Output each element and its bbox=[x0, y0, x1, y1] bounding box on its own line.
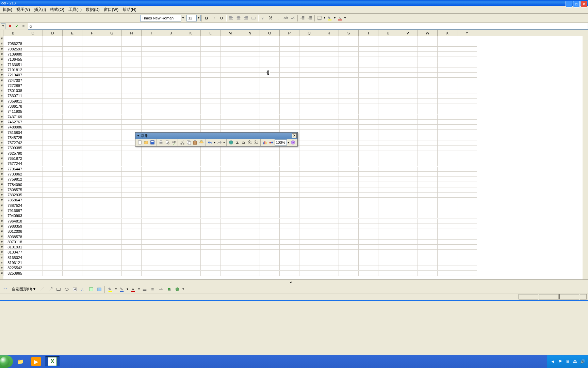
cell[interactable] bbox=[82, 135, 102, 140]
row-header[interactable]: # bbox=[0, 67, 3, 73]
cell[interactable] bbox=[457, 229, 477, 234]
cell[interactable] bbox=[122, 167, 142, 172]
cell[interactable] bbox=[339, 41, 359, 46]
cell[interactable] bbox=[142, 151, 161, 156]
cell[interactable] bbox=[82, 198, 102, 203]
cell[interactable] bbox=[43, 260, 63, 265]
cell[interactable] bbox=[359, 182, 378, 187]
cell[interactable] bbox=[181, 36, 201, 41]
column-header[interactable]: B bbox=[3, 30, 23, 36]
cell[interactable] bbox=[161, 260, 181, 265]
cell[interactable] bbox=[82, 151, 102, 156]
cell[interactable] bbox=[142, 250, 161, 255]
cell[interactable] bbox=[122, 265, 142, 271]
cell[interactable] bbox=[378, 57, 398, 62]
cell[interactable] bbox=[378, 104, 398, 109]
cell[interactable] bbox=[240, 88, 260, 93]
sort-desc-button[interactable]: ZA bbox=[254, 139, 260, 146]
cell[interactable] bbox=[161, 172, 181, 177]
cell[interactable] bbox=[319, 52, 339, 57]
cell[interactable] bbox=[161, 93, 181, 98]
cell[interactable] bbox=[398, 234, 418, 239]
row-header[interactable]: # bbox=[0, 151, 3, 156]
cell[interactable] bbox=[457, 245, 477, 250]
print-button[interactable] bbox=[158, 139, 164, 146]
cell[interactable] bbox=[398, 57, 418, 62]
cell[interactable] bbox=[63, 130, 82, 135]
cell[interactable] bbox=[142, 52, 161, 57]
cell[interactable] bbox=[240, 83, 260, 88]
cell[interactable] bbox=[201, 245, 220, 250]
cell[interactable] bbox=[339, 83, 359, 88]
cell[interactable] bbox=[43, 265, 63, 271]
cell[interactable] bbox=[201, 229, 220, 234]
font-color-draw-button[interactable]: A bbox=[129, 286, 137, 293]
font-color-dropdown[interactable]: ▼ bbox=[344, 15, 346, 21]
cell[interactable] bbox=[181, 187, 201, 193]
cell[interactable] bbox=[63, 52, 82, 57]
row-header[interactable]: # bbox=[0, 73, 3, 78]
cell[interactable] bbox=[82, 245, 102, 250]
cell[interactable] bbox=[299, 140, 319, 145]
row-header[interactable]: # bbox=[0, 193, 3, 198]
toolbar-options-icon[interactable]: ▼ bbox=[137, 134, 140, 137]
cell[interactable] bbox=[378, 198, 398, 203]
cell[interactable] bbox=[23, 99, 43, 104]
cell[interactable] bbox=[102, 156, 122, 161]
cell[interactable] bbox=[102, 224, 122, 229]
cell[interactable] bbox=[359, 156, 378, 161]
redo-button[interactable] bbox=[216, 139, 223, 146]
cell[interactable]: 7572742 bbox=[3, 140, 23, 145]
cell[interactable] bbox=[240, 245, 260, 250]
cell[interactable] bbox=[378, 156, 398, 161]
row-header[interactable]: # bbox=[0, 135, 3, 140]
cell[interactable] bbox=[299, 182, 319, 187]
cell[interactable] bbox=[260, 120, 280, 125]
cell[interactable] bbox=[181, 156, 201, 161]
cell[interactable] bbox=[260, 265, 280, 271]
cell[interactable] bbox=[418, 193, 438, 198]
cell[interactable] bbox=[23, 193, 43, 198]
cell[interactable] bbox=[201, 47, 220, 52]
cell[interactable] bbox=[161, 62, 181, 67]
cell[interactable] bbox=[240, 260, 260, 265]
cell[interactable] bbox=[82, 57, 102, 62]
cell[interactable]: 8038578 bbox=[3, 234, 23, 239]
cell[interactable] bbox=[418, 177, 438, 182]
cell[interactable] bbox=[240, 67, 260, 73]
cell[interactable] bbox=[319, 224, 339, 229]
cell[interactable] bbox=[201, 151, 220, 156]
cell[interactable] bbox=[438, 88, 457, 93]
column-header[interactable]: K bbox=[181, 30, 201, 36]
cell[interactable] bbox=[102, 271, 122, 276]
cell[interactable] bbox=[260, 187, 280, 193]
cell[interactable] bbox=[299, 234, 319, 239]
cell[interactable] bbox=[299, 240, 319, 245]
cell[interactable]: 7219407 bbox=[3, 73, 23, 78]
cell[interactable] bbox=[43, 62, 63, 67]
cell[interactable] bbox=[339, 198, 359, 203]
cell[interactable] bbox=[457, 250, 477, 255]
cell[interactable] bbox=[82, 193, 102, 198]
cell[interactable] bbox=[319, 167, 339, 172]
cell[interactable] bbox=[122, 229, 142, 234]
cell[interactable] bbox=[220, 161, 240, 166]
cell[interactable] bbox=[63, 114, 82, 120]
cell[interactable] bbox=[339, 99, 359, 104]
cell[interactable] bbox=[438, 67, 457, 73]
comma-button[interactable]: , bbox=[274, 14, 282, 22]
cell[interactable] bbox=[122, 187, 142, 193]
cell[interactable] bbox=[378, 208, 398, 213]
cell[interactable]: 7887524 bbox=[3, 203, 23, 208]
cell[interactable] bbox=[102, 229, 122, 234]
cell[interactable] bbox=[102, 260, 122, 265]
increase-decimal-button[interactable]: .00 bbox=[282, 14, 289, 22]
cell[interactable] bbox=[378, 145, 398, 151]
cell[interactable] bbox=[398, 182, 418, 187]
cell[interactable] bbox=[181, 260, 201, 265]
cell[interactable] bbox=[63, 245, 82, 250]
cell[interactable] bbox=[398, 271, 418, 276]
cell[interactable] bbox=[418, 109, 438, 114]
cell[interactable] bbox=[319, 140, 339, 145]
cell[interactable] bbox=[240, 156, 260, 161]
